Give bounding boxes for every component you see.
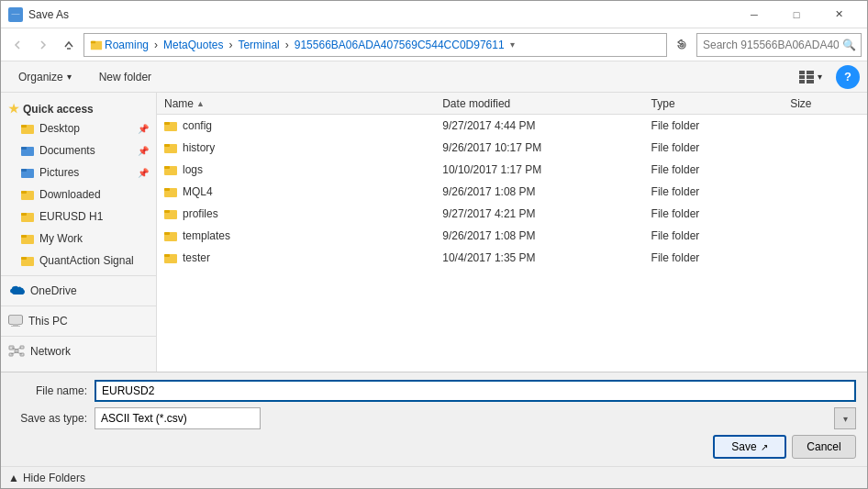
file-name: MQL4 [183, 185, 213, 198]
table-row[interactable]: config 9/27/2017 4:44 PM File folder [157, 115, 867, 137]
folder-file-icon [164, 230, 177, 241]
sidebar-item-network[interactable]: Network [1, 340, 156, 362]
file-name-cell: history [164, 141, 442, 154]
sidebar-item-pictures[interactable]: Pictures 📌 [1, 161, 156, 183]
help-button[interactable]: ? [836, 65, 860, 89]
file-type-cell: File folder [651, 119, 791, 132]
table-row[interactable]: MQL4 9/26/2017 1:08 PM File folder [157, 181, 867, 203]
file-date-cell: 10/10/2017 1:17 PM [442, 163, 651, 176]
organize-chevron-icon: ▾ [67, 72, 72, 82]
svg-rect-9 [807, 71, 814, 74]
svg-rect-6 [799, 71, 805, 74]
file-type-cell: File folder [651, 185, 791, 198]
table-row[interactable]: history 9/26/2017 10:17 PM File folder [157, 137, 867, 159]
svg-rect-11 [807, 80, 814, 83]
sidebar-item-quantaction[interactable]: QuantAction Signal [1, 250, 156, 272]
folder-icon [21, 123, 34, 134]
file-list[interactable]: config 9/27/2017 4:44 PM File folder his… [157, 115, 867, 372]
svg-rect-50 [164, 232, 170, 235]
filetype-select[interactable]: ASCII Text (*.csv)CSV (Comma delimited) … [95, 407, 261, 429]
svg-rect-10 [807, 75, 814, 79]
table-row[interactable]: templates 9/26/2017 1:08 PM File folder [157, 225, 867, 247]
svg-rect-46 [164, 188, 170, 191]
minimize-button[interactable]: ─ [733, 1, 775, 28]
pin-icon-2: 📌 [138, 146, 149, 156]
toolbar: Organize ▾ New folder ▾ ? [1, 61, 867, 93]
file-name-cell: logs [164, 163, 442, 176]
save-as-dialog: Save As ─ □ ✕ Roaming › MetaQuotes › Ter… [0, 0, 868, 489]
file-date-cell: 9/26/2017 1:08 PM [442, 229, 651, 242]
organize-button[interactable]: Organize ▾ [8, 65, 82, 89]
sidebar: ★ Quick access Desktop 📌 Documents 📌 Pic… [1, 93, 157, 372]
quick-access-header[interactable]: ★ Quick access [1, 96, 156, 117]
breadcrumb-item-terminal[interactable]: Terminal [238, 39, 279, 51]
file-name-cell: tester [164, 251, 442, 264]
window-icon [8, 7, 23, 22]
sidebar-item-onedrive[interactable]: OneDrive [1, 280, 156, 302]
file-name: templates [183, 229, 230, 242]
folder-file-icon [164, 186, 177, 197]
file-list-header: Name ▲ Date modified Type Size [157, 93, 867, 115]
col-header-size[interactable]: Size [790, 97, 860, 110]
sidebar-item-mywork[interactable]: My Work [1, 228, 156, 250]
table-row[interactable]: logs 10/10/2017 1:17 PM File folder [157, 159, 867, 181]
folder-work-icon [21, 233, 34, 244]
svg-rect-44 [164, 166, 170, 169]
maximize-button[interactable]: □ [775, 1, 818, 28]
breadcrumb-item-metaquotes[interactable]: MetaQuotes [163, 39, 223, 51]
col-size-label: Size [790, 97, 811, 110]
svg-rect-40 [164, 122, 170, 125]
folder-download-icon [21, 189, 34, 200]
svg-rect-42 [164, 144, 170, 147]
col-date-label: Date modified [442, 97, 510, 110]
cancel-button[interactable]: Cancel [792, 435, 856, 459]
col-header-name[interactable]: Name ▲ [164, 97, 442, 110]
table-row[interactable]: profiles 9/27/2017 4:21 PM File folder [157, 203, 867, 225]
folder-file-icon [164, 164, 177, 175]
svg-rect-31 [15, 350, 18, 352]
search-input[interactable] [696, 33, 862, 57]
svg-rect-8 [799, 80, 805, 83]
file-name: logs [183, 163, 203, 176]
file-date-cell: 9/27/2017 4:21 PM [442, 207, 651, 220]
sidebar-item-eurusd[interactable]: EURUSD H1 [1, 206, 156, 228]
svg-rect-0 [11, 12, 21, 19]
sidebar-item-documents[interactable]: Documents 📌 [1, 139, 156, 161]
sidebar-divider-1 [1, 275, 156, 276]
select-arrow-icon: ▾ [834, 407, 856, 429]
col-header-type[interactable]: Type [651, 97, 791, 110]
bottom-pane: File name: Save as type: ASCII Text (*.c… [1, 372, 867, 466]
breadcrumb-item-roaming[interactable]: Roaming [105, 39, 149, 51]
back-button[interactable] [6, 34, 28, 56]
sidebar-item-desktop[interactable]: Desktop 📌 [1, 117, 156, 139]
sidebar-item-downloaded[interactable]: Downloaded [1, 183, 156, 206]
filename-input[interactable] [95, 380, 856, 402]
svg-rect-1 [12, 9, 15, 11]
breadcrumb-bar[interactable]: Roaming › MetaQuotes › Terminal › 915566… [83, 33, 667, 57]
svg-rect-30 [9, 346, 14, 350]
sidebar-item-thispc[interactable]: This PC [1, 310, 156, 332]
quick-access-star-icon: ★ [8, 102, 19, 116]
folder-blue-icon [21, 145, 34, 156]
view-options[interactable]: ▾ [793, 65, 829, 89]
file-date-cell: 9/27/2017 4:44 PM [442, 119, 651, 132]
hide-folders-button[interactable]: ▲ Hide Folders [8, 472, 85, 484]
col-header-date[interactable]: Date modified [442, 97, 651, 110]
new-folder-button[interactable]: New folder [89, 65, 161, 89]
table-row[interactable]: tester 10/4/2017 1:35 PM File folder [157, 247, 867, 269]
help-label: ? [844, 70, 851, 83]
window-title: Save As [28, 8, 733, 21]
svg-rect-2 [12, 14, 20, 15]
forward-button[interactable] [32, 34, 54, 56]
address-bar: Roaming › MetaQuotes › Terminal › 915566… [1, 28, 867, 61]
refresh-button[interactable] [671, 34, 693, 56]
svg-rect-28 [13, 324, 18, 326]
save-button[interactable]: Save ↗ [713, 435, 786, 459]
close-button[interactable]: ✕ [818, 1, 860, 28]
breadcrumb-item-guid[interactable]: 915566BA06ADA407569C544CC0D97611 [295, 39, 505, 51]
up-button[interactable] [58, 34, 80, 56]
sort-arrow-icon: ▲ [196, 99, 205, 108]
svg-rect-25 [21, 257, 27, 260]
main-content: ★ Quick access Desktop 📌 Documents 📌 Pic… [1, 93, 867, 372]
computer-icon [8, 315, 23, 328]
